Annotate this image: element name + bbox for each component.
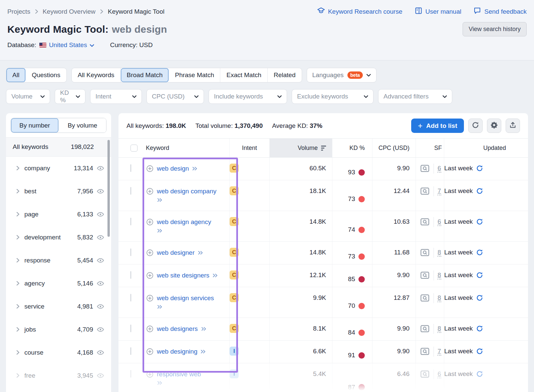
view-search-history-button[interactable]: View search history (463, 22, 527, 36)
add-keyword-icon[interactable] (146, 325, 154, 333)
column-header-kd[interactable]: KD % (332, 139, 372, 157)
keyword-group-jobs[interactable]: jobs 4,709 (6, 318, 111, 341)
row-checkbox[interactable] (130, 325, 131, 332)
eye-icon[interactable] (96, 326, 104, 334)
filter-cpc-usd-[interactable]: CPC (USD) (147, 89, 204, 104)
keyword-group-free[interactable]: free 3,945 (6, 364, 111, 387)
eye-icon[interactable] (96, 210, 104, 218)
column-header-cpc[interactable]: CPC (USD) (372, 139, 416, 157)
chevron-right-icon[interactable] (16, 258, 20, 263)
chevron-right-icon[interactable] (16, 166, 20, 171)
refresh-icon[interactable] (476, 294, 483, 302)
chevron-right-icon[interactable] (16, 304, 20, 309)
eye-icon[interactable] (96, 303, 104, 311)
column-header-volume[interactable]: Volume (269, 139, 332, 157)
add-keyword-icon[interactable] (146, 294, 154, 302)
serp-snapshot-icon[interactable] (420, 325, 430, 333)
export-button[interactable] (506, 119, 520, 133)
chevron-right-icon[interactable] (16, 327, 20, 332)
refresh-icon[interactable] (476, 218, 483, 225)
serp-features-count[interactable]: 7 (438, 187, 441, 195)
serp-snapshot-icon[interactable] (420, 294, 430, 303)
expand-keyword-icon[interactable] (198, 250, 203, 255)
keyword-link[interactable]: web design services (157, 295, 214, 302)
eye-icon[interactable] (96, 187, 104, 195)
chevron-right-icon[interactable] (16, 281, 20, 286)
serp-snapshot-icon[interactable] (420, 164, 430, 173)
serp-snapshot-icon[interactable] (420, 271, 430, 280)
serp-snapshot-icon[interactable] (420, 187, 430, 196)
row-checkbox[interactable] (130, 164, 131, 172)
serp-snapshot-icon[interactable] (420, 218, 430, 226)
keyword-link[interactable]: web design (157, 165, 189, 172)
serp-snapshot-icon[interactable] (420, 370, 430, 379)
keyword-link[interactable]: web designing (157, 348, 197, 355)
database-selector[interactable]: United States (39, 41, 94, 49)
filter-exclude-keywords[interactable]: Exclude keywords (292, 89, 373, 104)
serp-features-count[interactable]: 8 (438, 249, 441, 257)
serp-snapshot-icon[interactable] (420, 347, 430, 356)
refresh-icon[interactable] (476, 271, 483, 279)
tab-all-keywords[interactable]: All Keywords (72, 68, 121, 82)
send-feedback-link[interactable]: Send feedback (473, 7, 527, 16)
serp-features-count[interactable]: 7 (438, 348, 441, 356)
row-checkbox[interactable] (130, 347, 131, 355)
keyword-group-course[interactable]: course 4,168 (6, 341, 111, 364)
add-keyword-icon[interactable] (146, 165, 154, 173)
filter-intent[interactable]: Intent (90, 89, 142, 104)
breadcrumb-keyword-overview[interactable]: Keyword Overview (43, 8, 95, 15)
row-checkbox[interactable] (130, 294, 131, 302)
settings-button[interactable] (487, 119, 501, 133)
refresh-icon[interactable] (476, 187, 483, 195)
sidebar-sort-by-volume[interactable]: By volume (59, 118, 106, 133)
refresh-icon[interactable] (476, 249, 483, 256)
keyword-group-page[interactable]: page 6,133 (6, 203, 111, 226)
refresh-icon[interactable] (476, 165, 483, 172)
chevron-right-icon[interactable] (16, 373, 20, 378)
keyword-link[interactable]: web site designers (157, 272, 209, 279)
select-all-checkbox[interactable] (130, 145, 138, 152)
expand-keyword-icon[interactable] (212, 273, 218, 278)
serp-features-count[interactable]: 8 (438, 271, 441, 279)
filter-volume[interactable]: Volume (6, 89, 50, 104)
expand-keyword-icon[interactable] (157, 198, 163, 202)
keyword-group-response[interactable]: response 5,454 (6, 249, 111, 272)
add-keyword-icon[interactable] (146, 187, 154, 195)
expand-keyword-icon[interactable] (157, 381, 163, 385)
add-to-list-button[interactable]: + Add to list (411, 119, 464, 133)
refresh-icon[interactable] (476, 348, 483, 355)
keyword-group-company[interactable]: company 13,314 (6, 157, 111, 180)
row-checkbox[interactable] (130, 370, 131, 378)
filter-kd-[interactable]: KD % (55, 89, 85, 104)
refresh-button[interactable] (468, 119, 483, 133)
keyword-group-development[interactable]: development 5,832 (6, 226, 111, 249)
all-keywords-header[interactable]: All keywords 198,022 (6, 137, 111, 157)
keyword-research-course-link[interactable]: Keyword Research course (317, 7, 403, 16)
chevron-right-icon[interactable] (16, 212, 20, 217)
refresh-icon[interactable] (476, 370, 483, 378)
keyword-link[interactable]: responsive web (157, 371, 201, 378)
tab-exact-match[interactable]: Exact Match (220, 68, 268, 82)
eye-icon[interactable] (96, 279, 104, 287)
add-keyword-icon[interactable] (146, 348, 154, 356)
chevron-right-icon[interactable] (16, 235, 20, 240)
tab-all[interactable]: All (6, 68, 26, 82)
row-checkbox[interactable] (130, 271, 131, 279)
add-keyword-icon[interactable] (146, 249, 154, 257)
tab-broad-match[interactable]: Broad Match (121, 68, 169, 82)
serp-features-count[interactable]: 8 (438, 325, 441, 333)
keyword-link[interactable]: web designer (157, 249, 195, 256)
tab-related[interactable]: Related (268, 68, 302, 82)
languages-dropdown[interactable]: Languages beta (307, 68, 377, 82)
eye-icon[interactable] (96, 233, 104, 241)
expand-keyword-icon[interactable] (201, 327, 207, 331)
add-keyword-icon[interactable] (146, 271, 154, 279)
keyword-group-agency[interactable]: agency 5,146 (6, 272, 111, 295)
serp-features-count[interactable]: 6 (438, 218, 441, 226)
keyword-link[interactable]: web design company (157, 188, 217, 195)
tab-phrase-match[interactable]: Phrase Match (169, 68, 220, 82)
eye-icon[interactable] (96, 256, 104, 264)
serp-features-count[interactable]: 8 (438, 294, 441, 302)
filter-advanced-filters[interactable]: Advanced filters (378, 89, 452, 104)
expand-keyword-icon[interactable] (200, 349, 206, 354)
